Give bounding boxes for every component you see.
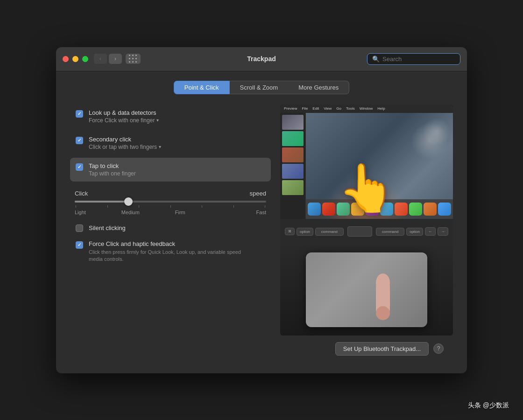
finger-on-trackpad (367, 269, 399, 320)
tab-point-click[interactable]: Point & Click (174, 81, 230, 94)
preview-image: Preview File Edit View Go Tools Window H… (280, 105, 453, 336)
secondary-click-text: Secondary click Click or tap with two fi… (89, 136, 161, 150)
slider-labels-top: Click speed (75, 190, 266, 197)
back-button[interactable]: ‹ (94, 54, 107, 64)
secondary-click-title: Secondary click (89, 136, 161, 143)
search-input[interactable] (382, 56, 455, 63)
trackpad-window: ‹ › Trackpad 🔍 Point & Click Scroll & Zo… (56, 47, 467, 373)
key-command-left: command (315, 228, 344, 236)
tick-marks (75, 205, 266, 208)
forward-icon: › (114, 56, 116, 62)
tab-bar: Point & Click Scroll & Zoom More Gesture… (70, 81, 453, 94)
key-fn: ⌘ (285, 228, 295, 235)
check-icon-3: ✓ (78, 164, 81, 169)
key-command-right: command (376, 228, 404, 236)
slider-labels-bottom: Light Medium Firm Fast (75, 210, 266, 215)
dock-icon-10 (438, 203, 451, 216)
key-arrow-left: ← (425, 227, 436, 236)
minimize-button[interactable] (72, 56, 78, 62)
setup-bluetooth-button[interactable]: Set Up Bluetooth Trackpad... (335, 342, 429, 356)
secondary-click-checkbox[interactable]: ✓ (76, 137, 83, 144)
watermark: 头条 @少数派 (468, 401, 509, 410)
window-title: Trackpad (247, 55, 276, 63)
tap-to-click-title: Tap to click (89, 162, 136, 169)
search-icon: 🔍 (372, 56, 380, 63)
slider-thumb[interactable] (124, 197, 133, 206)
trackpad-visual (306, 252, 427, 327)
key-option-right: option (406, 228, 423, 236)
key-option-left: option (297, 228, 313, 236)
secondary-click-subtitle[interactable]: Click or tap with two fingers ▾ (89, 144, 161, 150)
tick-5 (202, 205, 202, 208)
maximize-button[interactable] (82, 56, 88, 62)
tap-to-click-option-row: ✓ Tap to click Tap with one finger (70, 158, 271, 182)
tap-to-click-subtitle: Tap with one finger (89, 170, 136, 177)
secondary-dropdown-arrow: ▾ (159, 144, 161, 149)
nav-buttons: ‹ › (94, 54, 122, 64)
silent-clicking-row: Silent clicking (70, 222, 271, 235)
left-panel: ✓ Look up & data detectors Force Click w… (70, 105, 271, 336)
force-click-checkbox[interactable]: ✓ (76, 241, 83, 249)
mac-menubar: Preview File Edit View Go Tools Window H… (280, 105, 453, 113)
tick-1 (76, 205, 76, 208)
force-click-row: ✓ Force Click and haptic feedback Click … (70, 238, 271, 266)
tab-scroll-zoom[interactable]: Scroll & Zoom (230, 81, 289, 94)
tap-click-checkbox[interactable]: ✓ (76, 163, 83, 171)
tick-6 (233, 205, 234, 208)
label-light: Light (75, 210, 86, 215)
titlebar: ‹ › Trackpad 🔍 (56, 47, 467, 71)
check-icon: ✓ (78, 111, 81, 116)
slider-section: Click speed (70, 190, 271, 215)
key-spacebar (347, 226, 372, 237)
close-button[interactable] (63, 56, 69, 62)
main-body: ✓ Look up & data detectors Force Click w… (70, 105, 453, 336)
grid-view-button[interactable] (126, 54, 141, 64)
secondary-click-option-row: ✓ Secondary click Click or tap with two … (70, 131, 271, 155)
key-group-left: ⌘ (285, 228, 295, 235)
trackpad-area (280, 245, 453, 336)
mac-screen-preview: Preview File Edit View Go Tools Window H… (280, 105, 453, 219)
slider-fill (75, 201, 128, 203)
dock-icon-1 (308, 203, 321, 216)
speed-label: speed (250, 190, 266, 197)
tab-more-gestures[interactable]: More Gestures (288, 81, 349, 94)
tick-4 (170, 205, 171, 208)
keyboard-area: ⌘ option command command option ← → (280, 219, 453, 245)
force-click-title: Force Click and haptic feedback (89, 240, 247, 247)
check-icon-4: ✓ (78, 242, 81, 247)
tick-7 (265, 205, 265, 208)
slider-track (75, 201, 266, 203)
lookup-option-row: ✓ Look up & data detectors Force Click w… (70, 105, 271, 128)
slider-track-container (75, 201, 266, 203)
content-area: Point & Click Scroll & Zoom More Gesture… (56, 71, 467, 373)
silent-clicking-label: Silent clicking (89, 224, 126, 231)
mac-sidebar (280, 113, 306, 219)
dock-icon-8 (409, 203, 422, 216)
tick-2 (107, 205, 108, 208)
tick-3 (139, 205, 139, 208)
lookup-subtitle[interactable]: Force Click with one finger ▾ (89, 117, 159, 124)
back-icon: ‹ (99, 56, 101, 62)
search-box[interactable]: 🔍 (367, 53, 460, 65)
force-click-desc: Click then press firmly for Quick Look, … (89, 249, 247, 263)
right-panel: Preview File Edit View Go Tools Window H… (280, 105, 453, 336)
lookup-option-text: Look up & data detectors Force Click wit… (89, 109, 159, 124)
forward-button[interactable]: › (109, 54, 122, 64)
help-button[interactable]: ? (433, 343, 444, 354)
grid-icon (129, 55, 138, 63)
force-click-text: Force Click and haptic feedback Click th… (89, 240, 247, 263)
check-icon-2: ✓ (78, 138, 81, 143)
lookup-checkbox[interactable]: ✓ (76, 110, 83, 118)
traffic-lights (63, 56, 88, 62)
silent-clicking-checkbox[interactable] (76, 224, 83, 232)
lookup-dropdown-arrow: ▾ (156, 118, 159, 123)
label-fast: Fast (256, 210, 266, 215)
bottom-bar: Set Up Bluetooth Trackpad... ? (70, 336, 453, 362)
label-firm: Firm (175, 210, 185, 215)
tap-to-click-text: Tap to click Tap with one finger (89, 162, 136, 177)
dock-icon-9 (424, 203, 437, 216)
lookup-title: Look up & data detectors (89, 109, 159, 116)
click-label: Click (75, 190, 88, 197)
svg-point-2 (376, 306, 390, 320)
label-medium: Medium (121, 210, 140, 215)
